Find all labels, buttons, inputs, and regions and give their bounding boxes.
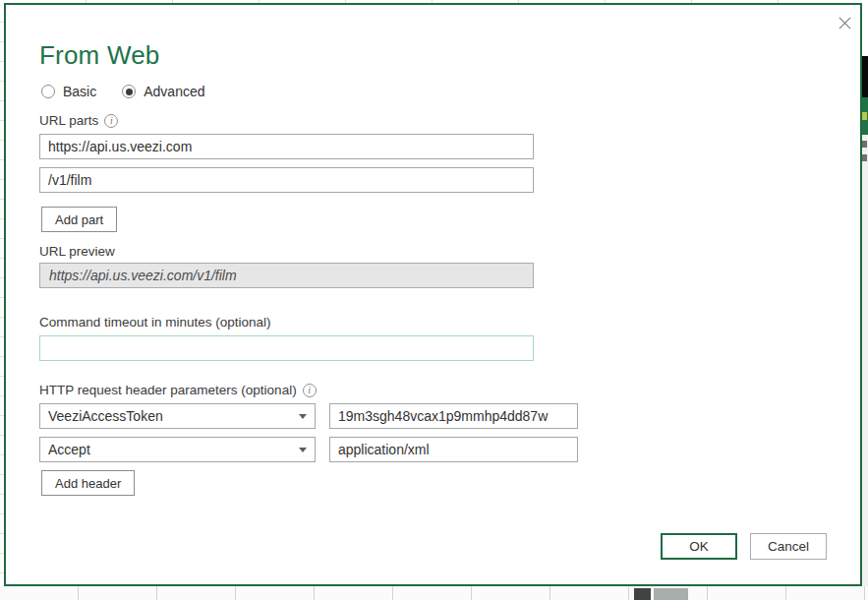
url-part-1-input[interactable]	[39, 134, 534, 159]
excel-cell-dark	[634, 588, 651, 600]
url-parts-label: URL parts	[39, 113, 98, 128]
radio-advanced[interactable]: Advanced	[122, 84, 204, 99]
excel-bottom-strip	[0, 586, 868, 600]
info-icon[interactable]: i	[303, 384, 317, 397]
chevron-down-icon	[299, 414, 307, 419]
header-name-dropdown-2[interactable]: Accept	[39, 437, 316, 462]
url-preview-field: https://api.us.veezi.com/v1/film	[39, 263, 534, 288]
add-part-button[interactable]: Add part	[41, 207, 117, 232]
from-web-dialog: From Web Basic Advanced URL parts i Add …	[4, 3, 862, 586]
close-button[interactable]	[835, 13, 854, 32]
radio-basic[interactable]: Basic	[41, 84, 96, 99]
header-value-2-input[interactable]	[329, 437, 578, 462]
header-name-2: Accept	[48, 442, 90, 457]
excel-right-pane-sliver	[862, 0, 868, 586]
info-icon[interactable]: i	[104, 114, 118, 128]
mode-radio-group: Basic Advanced	[41, 84, 231, 99]
url-preview-label: URL preview	[39, 244, 115, 259]
workbook-dark-band	[862, 56, 868, 97]
close-icon	[838, 16, 852, 30]
header-name-dropdown-1[interactable]: VeeziAccessToken	[39, 403, 316, 429]
timeout-label: Command timeout in minutes (optional)	[39, 315, 271, 330]
radio-advanced-circle	[122, 85, 136, 98]
url-part-2-input[interactable]	[39, 167, 534, 193]
excel-cell-gray	[654, 588, 688, 600]
radio-basic-circle	[41, 85, 55, 98]
url-parts-label-row: URL parts i	[39, 113, 118, 128]
header-name-1: VeeziAccessToken	[48, 408, 163, 424]
cancel-button[interactable]: Cancel	[750, 533, 827, 560]
http-headers-label: HTTP request header parameters (optional…	[39, 383, 297, 397]
timeout-input[interactable]	[39, 335, 534, 361]
ok-button[interactable]: OK	[661, 533, 737, 560]
chevron-down-icon	[299, 448, 307, 452]
radio-advanced-label: Advanced	[144, 84, 204, 99]
header-value-1-input[interactable]	[329, 403, 578, 429]
radio-basic-label: Basic	[63, 84, 96, 99]
url-preview-value: https://api.us.veezi.com/v1/film	[49, 268, 237, 283]
add-header-button[interactable]: Add header	[41, 470, 135, 496]
page-title: From Web	[39, 40, 159, 71]
http-headers-label-row: HTTP request header parameters (optional…	[39, 383, 317, 397]
